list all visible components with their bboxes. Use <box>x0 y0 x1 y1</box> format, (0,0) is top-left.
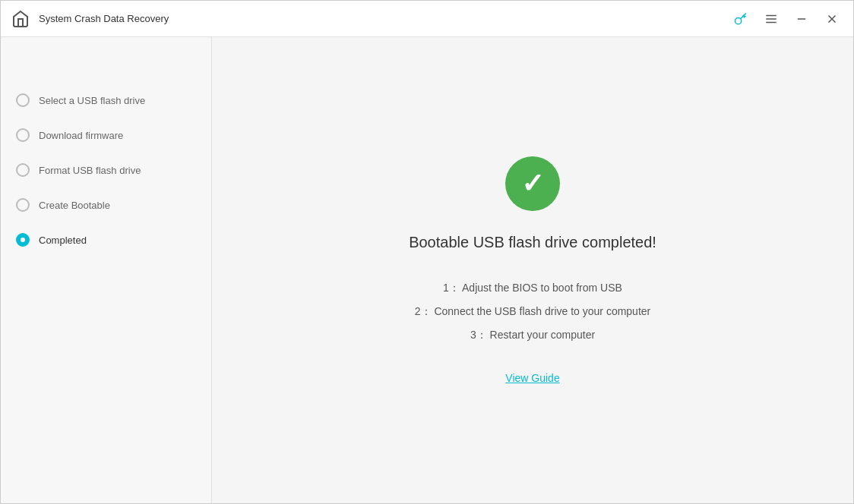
app-window: System Crash Data Recovery <box>0 0 854 504</box>
sidebar-label-completed: Completed <box>39 235 87 246</box>
step-1: 1： Adjust the BIOS to boot from USB <box>415 279 651 298</box>
step-1-number: 1： <box>443 282 460 294</box>
sidebar-label-download-firmware: Download firmware <box>39 130 123 141</box>
sidebar-item-select-usb[interactable]: Select a USB flash drive <box>1 83 211 118</box>
step-2: 2： Connect the USB flash drive to your c… <box>415 302 651 321</box>
menu-button[interactable] <box>759 7 783 31</box>
step-indicator-create-bootable <box>16 198 30 212</box>
minimize-button[interactable] <box>789 7 814 31</box>
svg-point-0 <box>735 17 742 24</box>
sidebar-item-format-usb[interactable]: Format USB flash drive <box>1 153 211 187</box>
key-button[interactable] <box>729 7 753 31</box>
app-title: System Crash Data Recovery <box>39 13 729 24</box>
sidebar-item-completed[interactable]: Completed <box>1 222 211 257</box>
success-icon-container: ✓ <box>505 156 560 211</box>
title-bar: System Crash Data Recovery <box>1 1 853 37</box>
step-indicator-download-firmware <box>16 128 30 142</box>
step-2-number: 2： <box>415 305 432 317</box>
completion-title: Bootable USB flash drive completed! <box>409 234 656 251</box>
sidebar-label-format-usb: Format USB flash drive <box>39 165 141 176</box>
step-3: 3： Restart your computer <box>415 326 651 345</box>
step-2-text: Connect the USB flash drive to your comp… <box>434 305 650 317</box>
sidebar-label-create-bootable: Create Bootable <box>39 200 110 211</box>
sidebar-item-create-bootable[interactable]: Create Bootable <box>1 187 211 222</box>
view-guide-button[interactable]: View Guide <box>505 372 559 384</box>
main-content: Select a USB flash drive Download firmwa… <box>1 37 853 503</box>
steps-list: 1： Adjust the BIOS to boot from USB 2： C… <box>415 274 651 350</box>
step-indicator-format-usb <box>16 163 30 177</box>
content-panel: ✓ Bootable USB flash drive completed! 1：… <box>212 37 853 503</box>
step-3-text: Restart your computer <box>490 329 596 341</box>
close-button[interactable] <box>820 7 844 31</box>
sidebar-label-select-usb: Select a USB flash drive <box>39 95 145 106</box>
check-icon: ✓ <box>521 170 544 197</box>
window-controls <box>729 7 844 31</box>
home-icon[interactable] <box>10 8 31 30</box>
step-indicator-completed <box>16 233 30 247</box>
step-3-number: 3： <box>470 329 487 341</box>
sidebar: Select a USB flash drive Download firmwa… <box>1 37 212 503</box>
sidebar-item-download-firmware[interactable]: Download firmware <box>1 118 211 153</box>
step-indicator-select-usb <box>16 93 30 107</box>
step-1-text: Adjust the BIOS to boot from USB <box>462 282 622 294</box>
